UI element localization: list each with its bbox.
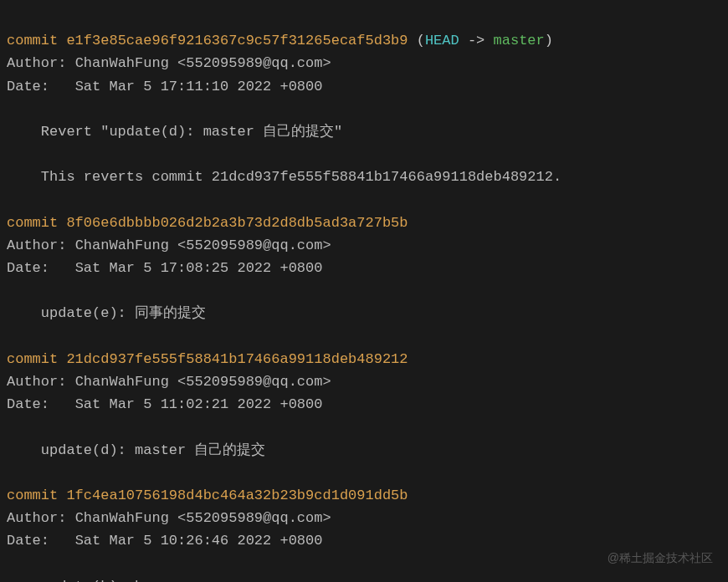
commit-entry: commit 8f06e6dbbbb026d2b2a3b73d2d8db5ad3…	[7, 212, 721, 325]
head-label: HEAD	[425, 33, 459, 48]
commit-hash-line: commit e1f3e85cae96f9216367c9c57f31265ec…	[7, 33, 408, 48]
git-log-output: commit e1f3e85cae96f9216367c9c57f31265ec…	[7, 7, 721, 582]
commit-hash-line: commit 8f06e6dbbbb026d2b2a3b73d2d8db5ad3…	[7, 215, 408, 231]
branch-label: master	[494, 33, 545, 48]
date-line: Date: Sat Mar 5 17:11:10 2022 +0800	[7, 79, 322, 94]
date-line: Date: Sat Mar 5 11:02:21 2022 +0800	[7, 396, 322, 412]
watermark: @稀土掘金技术社区	[608, 549, 713, 567]
author-line: Author: ChanWahFung <552095989@qq.com>	[7, 510, 331, 526]
commit-body-line: update(d): master 自己的提交	[7, 442, 265, 458]
date-line: Date: Sat Mar 5 17:08:25 2022 +0800	[7, 260, 322, 276]
head-ref: (HEAD -> master)	[417, 33, 553, 48]
commit-entry: commit 1fc4ea10756198d4bc464a32b23b9cd1d…	[7, 484, 721, 582]
author-line: Author: ChanWahFung <552095989@qq.com>	[7, 374, 331, 390]
commit-hash-line: commit 21dcd937fe555f58841b17466a99118de…	[7, 351, 408, 367]
commit-body-line: update(b): b	[7, 579, 143, 582]
author-line: Author: ChanWahFung <552095989@qq.com>	[7, 237, 331, 253]
commit-entry: commit 21dcd937fe555f58841b17466a99118de…	[7, 348, 721, 462]
commit-body-line: This reverts commit 21dcd937fe555f58841b…	[7, 169, 561, 185]
date-line: Date: Sat Mar 5 10:26:46 2022 +0800	[7, 533, 322, 549]
author-line: Author: ChanWahFung <552095989@qq.com>	[7, 55, 331, 71]
commit-hash-line: commit 1fc4ea10756198d4bc464a32b23b9cd1d…	[7, 488, 408, 503]
commit-entry: commit e1f3e85cae96f9216367c9c57f31265ec…	[7, 29, 721, 188]
commit-body-line: Revert "update(d): master 自己的提交"	[7, 124, 342, 140]
commit-body-line: update(e): 同事的提交	[7, 305, 206, 321]
